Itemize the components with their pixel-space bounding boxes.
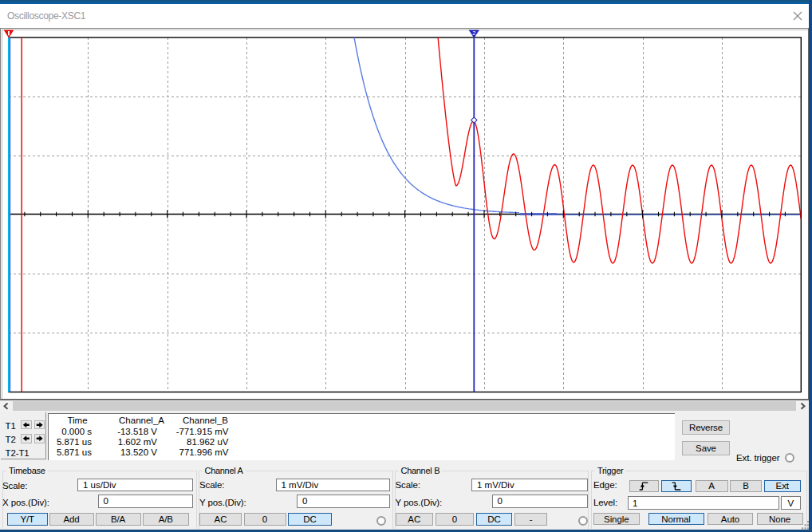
svg-text:2: 2 [472, 30, 475, 37]
